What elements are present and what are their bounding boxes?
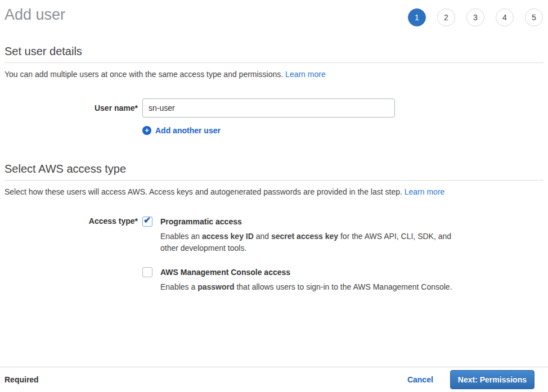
user-name-input[interactable] <box>142 98 395 118</box>
page-header: Add user 1 2 3 4 5 <box>5 0 543 26</box>
access-type-options: ✔ Programmatic access Enables an access … <box>142 216 543 293</box>
select-access-type-heading: Select AWS access type <box>5 162 543 181</box>
add-another-user-label[interactable]: Add another user <box>155 126 221 135</box>
user-name-content <box>142 98 543 118</box>
set-user-details-intro: You can add multiple users at once with … <box>5 69 543 79</box>
add-icon: + <box>142 126 151 135</box>
learn-more-link-access-type[interactable]: Learn more <box>405 187 445 196</box>
next-permissions-button[interactable]: Next: Permissions <box>450 370 534 389</box>
step-4: 4 <box>496 8 514 26</box>
access-type-label: Access type* <box>5 216 138 293</box>
intro-text: Select how these users will access AWS. … <box>5 187 402 196</box>
programmatic-access-checkbox[interactable]: ✔ <box>142 217 152 227</box>
wizard-footer: Required Cancel Next: Permissions <box>0 367 548 392</box>
page-title: Add user <box>5 6 65 23</box>
required-label: Required <box>5 375 39 384</box>
step-2: 2 <box>437 8 455 26</box>
user-name-row: User name* <box>5 98 543 118</box>
desc-text: Enables an <box>160 232 202 241</box>
programmatic-access-title: Programmatic access <box>160 216 456 227</box>
console-access-text: AWS Management Console access Enables a … <box>160 267 452 293</box>
desc-text: and <box>254 232 271 241</box>
access-type-row: Access type* ✔ Programmatic access Enabl… <box>5 216 543 293</box>
cancel-button[interactable]: Cancel <box>407 375 433 384</box>
console-access-option: AWS Management Console access Enables a … <box>142 267 543 293</box>
console-access-description: Enables a password that allows users to … <box>160 281 452 293</box>
check-icon: ✔ <box>143 215 151 226</box>
learn-more-link-user-details[interactable]: Learn more <box>285 70 326 79</box>
user-name-label: User name* <box>5 98 138 118</box>
add-another-user-button[interactable]: + Add another user <box>142 126 543 135</box>
programmatic-access-description: Enables an access key ID and secret acce… <box>160 231 456 254</box>
intro-text: You can add multiple users at once with … <box>5 70 283 79</box>
set-user-details-heading: Set user details <box>5 44 543 63</box>
desc-bold: access key ID <box>202 232 254 241</box>
console-access-checkbox[interactable] <box>142 267 152 277</box>
select-access-type-intro: Select how these users will access AWS. … <box>5 187 543 197</box>
desc-text: Enables a <box>160 282 197 291</box>
wizard-step-indicator: 1 2 3 4 5 <box>408 8 543 26</box>
programmatic-access-text: Programmatic access Enables an access ke… <box>160 216 456 254</box>
desc-bold: secret access key <box>271 232 338 241</box>
programmatic-access-option: ✔ Programmatic access Enables an access … <box>142 216 543 254</box>
desc-text: that allows users to sign-in to the AWS … <box>235 282 452 291</box>
add-user-page: Add user 1 2 3 4 5 Set user details You … <box>0 0 548 293</box>
step-5: 5 <box>525 8 543 26</box>
console-access-title: AWS Management Console access <box>160 267 452 278</box>
step-1-current: 1 <box>408 8 426 26</box>
step-3: 3 <box>466 8 484 26</box>
desc-bold: password <box>197 282 234 291</box>
